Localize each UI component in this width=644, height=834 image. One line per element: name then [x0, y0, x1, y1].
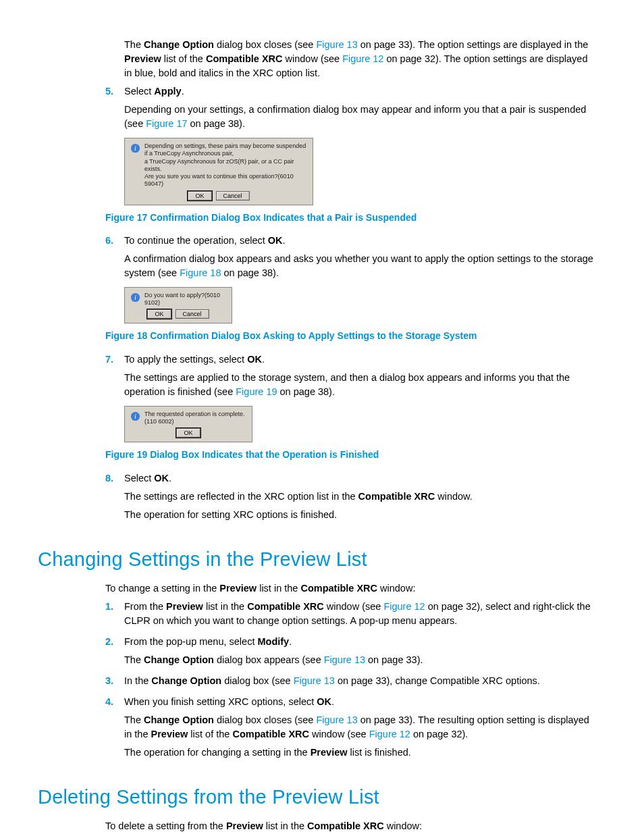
link-figure-19[interactable]: Figure 19 — [236, 386, 277, 397]
steps-list: 1. From the Preview list in the Compatib… — [105, 600, 595, 760]
link-figure-13[interactable]: Figure 13 — [324, 654, 365, 665]
step-number: 2. — [105, 635, 113, 649]
section-changing-content: To change a setting in the Preview list … — [105, 581, 595, 760]
step-number: 5. — [105, 84, 113, 99]
caption-figure-19: Figure 19 Dialog Box Indicates that the … — [105, 448, 595, 461]
link-figure-12[interactable]: Figure 12 — [369, 729, 410, 739]
step-8: 8. Select OK. The settings are reflected… — [105, 471, 595, 522]
link-figure-13[interactable]: Figure 13 — [316, 39, 357, 50]
link-figure-18[interactable]: Figure 18 — [180, 267, 221, 278]
info-icon: i — [130, 292, 140, 303]
intro-text: The Change Option dialog box closes (see… — [124, 38, 595, 80]
step-3: 3. In the Change Option dialog box (see … — [105, 674, 595, 688]
step-number: 8. — [105, 471, 113, 486]
step-number: 7. — [105, 353, 113, 367]
link-figure-12[interactable]: Figure 12 — [342, 53, 383, 64]
svg-text:i: i — [134, 294, 136, 301]
info-icon: i — [130, 143, 140, 153]
cancel-button[interactable]: Cancel — [216, 191, 250, 201]
svg-text:i: i — [134, 145, 136, 152]
step-number: 6. — [105, 234, 113, 248]
page-content: The Change Option dialog box closes (see… — [105, 38, 595, 522]
section-deleting-content: To delete a setting from the Preview lis… — [105, 819, 595, 833]
step-6: 6. To continue the operation, select OK.… — [105, 234, 595, 280]
continuation-paragraph: The Change Option dialog box closes (see… — [105, 38, 595, 80]
svg-text:i: i — [134, 413, 136, 420]
dialog-figure-18: i Do you want to apply?(5010 9102) OK Ca… — [124, 287, 232, 324]
heading-deleting-settings: Deleting Settings from the Preview List — [38, 783, 595, 811]
link-figure-12[interactable]: Figure 12 — [383, 601, 425, 612]
step-4: 4. When you finish setting XRC options, … — [105, 695, 595, 760]
link-figure-13[interactable]: Figure 13 — [316, 714, 357, 725]
ok-button[interactable]: OK — [147, 309, 171, 319]
step-7: 7. To apply the settings, select OK. The… — [105, 353, 595, 399]
caption-figure-17: Figure 17 Confirmation Dialog Box Indica… — [105, 211, 595, 224]
dialog-figure-19: i The requested operation is complete.(1… — [124, 406, 252, 443]
step-number: 3. — [105, 674, 113, 688]
cancel-button[interactable]: Cancel — [176, 309, 209, 319]
link-figure-13[interactable]: Figure 13 — [294, 675, 335, 686]
ok-button[interactable]: OK — [176, 428, 200, 438]
step-number: 4. — [105, 695, 113, 709]
steps-list: 5. Select Apply. Depending on your setti… — [105, 84, 595, 522]
dialog-message: Depending on settings, these pairs may b… — [144, 142, 307, 188]
link-figure-17[interactable]: Figure 17 — [146, 118, 187, 129]
caption-figure-18: Figure 18 Confirmation Dialog Box Asking… — [105, 329, 595, 342]
step-number: 1. — [105, 600, 113, 614]
step-5: 5. Select Apply. Depending on your setti… — [105, 84, 595, 131]
section-intro: To delete a setting from the Preview lis… — [105, 819, 595, 833]
heading-changing-settings: Changing Settings in the Preview List — [38, 545, 595, 573]
dialog-figure-17: i Depending on settings, these pairs may… — [124, 138, 313, 205]
step-2: 2. From the pop-up menu, select Modify. … — [105, 635, 595, 667]
dialog-message: Do you want to apply?(5010 9102) — [144, 292, 226, 307]
step-1: 1. From the Preview list in the Compatib… — [105, 600, 595, 628]
section-intro: To change a setting in the Preview list … — [105, 581, 595, 596]
ok-button[interactable]: OK — [188, 191, 211, 201]
dialog-message: The requested operation is complete.(110… — [144, 411, 246, 426]
info-icon: i — [130, 411, 140, 421]
